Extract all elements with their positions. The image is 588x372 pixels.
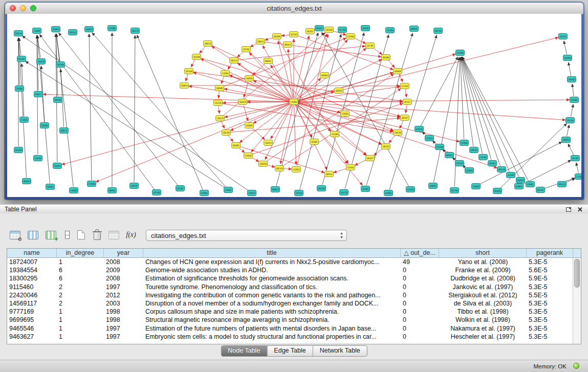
graph-node[interactable]: 17528461 (20, 117, 29, 123)
graph-node[interactable]: 13190674 (515, 184, 524, 189)
graph-node[interactable]: 16390254 (180, 83, 189, 89)
tab-network-table[interactable]: Network Table (313, 346, 367, 356)
graph-node[interactable]: 12860174 (256, 39, 265, 45)
graph-node[interactable]: 16618327 (306, 29, 315, 34)
scrollbar-thumb[interactable] (574, 259, 580, 288)
table-scrollbar[interactable] (573, 258, 581, 344)
close-panel-icon[interactable]: ✕ (577, 206, 583, 213)
window-titlebar[interactable]: citations_edges.txt (5, 3, 583, 14)
graph-node[interactable]: 17458710 (216, 116, 225, 121)
column-header-title[interactable]: title (143, 249, 401, 258)
row-options-button[interactable] (59, 228, 75, 242)
import-table-button[interactable] (106, 228, 121, 242)
graph-node[interactable]: 15786320 (244, 153, 253, 159)
graph-node[interactable]: 18620543 (23, 179, 31, 184)
graph-node[interactable]: 19630816 (320, 73, 329, 78)
graph-node[interactable]: 18153247 (559, 34, 568, 39)
graph-node[interactable]: 21740586 (88, 181, 96, 187)
graph-node[interactable]: 12168354 (341, 111, 350, 117)
graph-node[interactable]: 18945106 (317, 186, 326, 191)
show-columns-button[interactable] (25, 228, 40, 242)
graph-node[interactable]: 12873460 (153, 190, 161, 195)
graph-node[interactable]: 11053829 (507, 172, 515, 178)
graph-node[interactable]: 10954213 (284, 42, 292, 48)
graph-node[interactable]: 16109358 (85, 27, 94, 32)
graph-node[interactable]: 13159478 (425, 136, 434, 141)
graph-node[interactable]: 10413758 (340, 190, 349, 195)
table-mode-button[interactable] (7, 228, 23, 242)
graph-node[interactable]: 16251432 (290, 32, 298, 37)
column-header-out-degree[interactable]: △ out_de... (401, 249, 439, 258)
graph-node[interactable]: 12640915 (52, 27, 60, 32)
graph-node[interactable]: 16843250 (493, 188, 502, 194)
tab-edge-table[interactable]: Edge Table (267, 346, 313, 356)
graph-node[interactable]: 17631540 (566, 118, 575, 123)
graph-node[interactable]: 14008259 (562, 137, 571, 143)
graph-node[interactable]: 19375861 (571, 156, 580, 161)
graph-node[interactable]: 10853902 (54, 97, 62, 103)
table-row[interactable]: 969969511998Structural magnetic resonanc… (7, 316, 573, 324)
table-row[interactable]: 2242004622012Investigating the contribut… (7, 291, 573, 299)
graph-node[interactable]: 15779156 (401, 83, 409, 89)
graph-node[interactable]: 10968241 (108, 188, 117, 193)
graph-node[interactable]: 12605783 (470, 147, 478, 153)
graph-node[interactable]: 10520936 (563, 55, 572, 61)
graph-node[interactable]: 19152037 (176, 186, 185, 191)
graph-node[interactable]: 10361594 (222, 130, 231, 136)
graph-node[interactable]: 15870624 (361, 186, 370, 192)
table-row[interactable]: 1456911722003Disruption of a novel membe… (7, 299, 573, 308)
column-header-year[interactable]: year (104, 249, 143, 258)
graph-node[interactable]: 15327841 (242, 47, 251, 52)
graph-node[interactable]: 16305792 (130, 183, 139, 189)
graph-node[interactable]: 18249067 (232, 143, 241, 148)
graph-node[interactable]: 12305984 (40, 123, 49, 128)
graph-node[interactable]: 18434209 (273, 34, 281, 39)
graph-node[interactable]: 15108462 (245, 123, 254, 128)
graph-node[interactable]: 16974893 (382, 55, 390, 60)
graph-node[interactable]: 11824073 (248, 190, 256, 196)
graph-node[interactable]: 14238065 (15, 86, 24, 92)
memory-indicator[interactable] (573, 363, 579, 369)
graph-node[interactable]: 19687240 (497, 167, 506, 172)
graph-node[interactable]: 16837425 (275, 166, 284, 171)
graph-node[interactable]: 18527401 (536, 187, 545, 193)
graph-node[interactable]: 12764183 (346, 165, 355, 170)
graph-node[interactable]: 13786051 (526, 182, 535, 187)
column-header-in-degree[interactable]: in_degree (57, 249, 104, 258)
graph-node[interactable]: 17652409 (331, 132, 339, 137)
graph-node[interactable]: 10462915 (335, 88, 343, 94)
graph-node[interactable]: 11529873 (292, 167, 301, 172)
graph-node[interactable]: 16420593 (516, 178, 525, 183)
table-row[interactable]: 1938455462009Genome-wide association stu… (7, 266, 573, 274)
graph-node[interactable]: 10974236 (558, 182, 567, 187)
graph-node[interactable]: 12945308 (361, 26, 370, 31)
graph-node[interactable]: 18518290 (192, 54, 201, 60)
graph-node[interactable]: 13540687 (310, 139, 319, 145)
graph-node[interactable]: 15238964 (460, 140, 469, 146)
graph-node[interactable]: 15261783 (455, 161, 464, 166)
graph-node[interactable]: 11742603 (575, 174, 582, 180)
graph-node[interactable]: 13476085 (108, 26, 117, 31)
graph-node[interactable]: 12638450 (465, 168, 474, 173)
new-table-button[interactable] (73, 228, 89, 242)
graph-node[interactable]: 18207453 (69, 30, 77, 35)
graph-node[interactable]: 14957812 (382, 144, 390, 149)
graph-node[interactable]: 16054927 (366, 156, 375, 161)
graph-node[interactable]: 12264085 (570, 97, 579, 103)
graph-node[interactable]: 15942687 (53, 163, 62, 169)
graph-node[interactable]: 11424850 (456, 50, 465, 56)
table-row[interactable]: 946554611997Estimation of the future num… (7, 324, 573, 333)
graph-node[interactable]: 14709825 (200, 190, 209, 196)
graph-node[interactable]: 17312684 (386, 28, 395, 33)
graph-node[interactable]: 14850938 (394, 69, 402, 74)
graph-node[interactable]: 16072849 (56, 62, 65, 68)
graph-node[interactable]: 17486029 (70, 188, 78, 193)
graph-node[interactable]: 11254304 (346, 34, 355, 39)
graph-node[interactable]: 19014752 (230, 58, 238, 63)
table-row[interactable]: 1872400712008Changes of HCN gene express… (7, 258, 573, 266)
graph-node[interactable]: 18093412 (325, 171, 334, 177)
graph-node[interactable]: 13095876 (46, 184, 55, 190)
graph-node[interactable]: 13267945 (295, 190, 303, 196)
graph-node[interactable]: 14002136 (204, 41, 212, 47)
column-header-short[interactable]: short (439, 249, 527, 258)
